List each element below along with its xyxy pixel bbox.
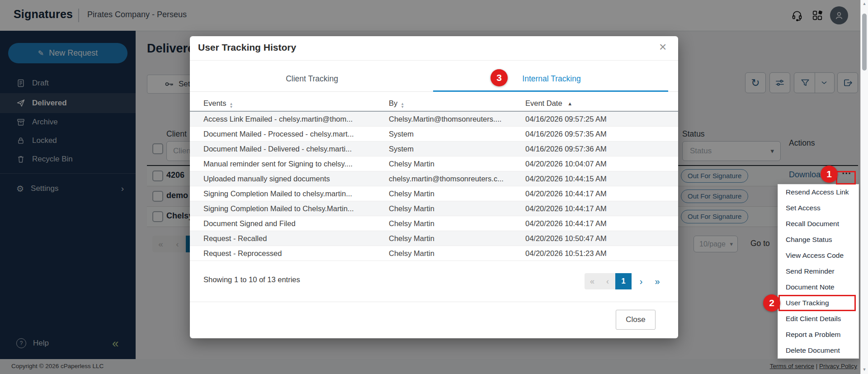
- date-cell: 04/20/2026 10:44:15 AM: [525, 171, 607, 186]
- date-cell: 04/20/2026 10:44:17 AM: [525, 216, 607, 231]
- tracking-row: Signing Completion Mailed to Chelsy.Mart…: [190, 201, 678, 216]
- modal-next-page-button[interactable]: ›: [633, 273, 649, 289]
- modal-footer-divider: [190, 302, 678, 302]
- by-cell: Chelsy Martin: [389, 201, 434, 216]
- modal-header-divider: [190, 60, 678, 61]
- modal-first-page-button[interactable]: «: [585, 273, 600, 289]
- date-cell: 04/16/2026 09:57:35 AM: [525, 127, 607, 141]
- sort-asc-icon: ▲: [567, 101, 572, 106]
- event-cell: Document Mailed - Processed - chelsy.mar…: [203, 127, 354, 141]
- actions-context-menu: Resend Access Link Set Access Recall Doc…: [778, 184, 859, 359]
- by-cell: chelsy.martin@thomsonreuters.c...: [389, 171, 504, 186]
- event-date-column-header[interactable]: Event Date ▲: [525, 99, 572, 108]
- menu-item-edit-client-details[interactable]: Edit Client Details: [778, 311, 859, 327]
- scroll-down-icon[interactable]: ▼: [861, 367, 868, 372]
- event-cell: Manual reminder sent for Signing to chel…: [203, 156, 353, 171]
- modal-prev-page-button[interactable]: ‹: [600, 273, 615, 289]
- menu-item-delete-document[interactable]: Delete Document: [778, 342, 859, 358]
- modal-title: User Tracking History: [198, 42, 296, 53]
- scroll-up-icon[interactable]: ▲: [861, 1, 868, 6]
- menu-item-change-status[interactable]: Change Status: [778, 232, 859, 248]
- tab-internal-tracking[interactable]: Internal Tracking: [434, 74, 669, 84]
- tracking-row: Uploaded manually signed documents chels…: [190, 171, 678, 186]
- app-root: Signatures Pirates Company - Perseus: [0, 0, 868, 374]
- date-cell: 04/16/2026 09:57:36 AM: [525, 142, 607, 156]
- vertical-scrollbar[interactable]: ▲ ▼: [860, 0, 868, 374]
- tracking-row: Document Mailed - Delivered - chelsy.mar…: [190, 142, 678, 156]
- menu-item-resend-access-link[interactable]: Resend Access Link: [778, 185, 859, 200]
- by-cell: Chelsy.Martin@thomsonreuters....: [389, 112, 501, 126]
- close-icon[interactable]: ×: [659, 41, 666, 53]
- menu-item-view-access-code[interactable]: View Access Code: [778, 248, 859, 264]
- date-cell: 04/20/2026 10:51:23 AM: [525, 246, 607, 260]
- event-cell: Document Signed and Filed: [203, 216, 296, 231]
- event-cell: Signing Completion Mailed to chelsy.mart…: [203, 186, 352, 201]
- menu-item-send-reminder[interactable]: Send Reminder: [778, 264, 859, 279]
- date-cell: 04/16/2026 09:57:25 AM: [525, 112, 607, 126]
- menu-item-report-a-problem[interactable]: Report a Problem: [778, 327, 859, 342]
- events-column-header[interactable]: Events▲▼: [203, 99, 233, 109]
- menu-item-set-access[interactable]: Set Access: [778, 200, 859, 216]
- annotation-step-1-badge: 1: [821, 166, 838, 183]
- event-cell: Request - Recalled: [203, 231, 267, 246]
- annotation-box-user-tracking: [778, 295, 856, 311]
- by-cell: System: [389, 142, 414, 156]
- menu-item-recall-document[interactable]: Recall Document: [778, 216, 859, 232]
- by-cell: Chelsy Martin: [389, 186, 434, 201]
- active-tab-underline: [433, 90, 668, 92]
- annotation-box-more-actions: [836, 171, 856, 185]
- sort-icon: ▲▼: [401, 102, 404, 109]
- tracking-row: Access Link Emailed - chelsy.martin@thom…: [190, 112, 678, 127]
- annotation-step-3-badge: 3: [491, 69, 508, 86]
- menu-item-document-note[interactable]: Document Note: [778, 279, 859, 295]
- entries-summary: Showing 1 to 10 of 13 entries: [203, 275, 300, 284]
- tracking-row: Manual reminder sent for Signing to chel…: [190, 156, 678, 171]
- by-cell: Chelsy Martin: [389, 231, 434, 246]
- tracking-row: Request - Reprocessed Chelsy Martin 04/2…: [190, 246, 678, 261]
- date-cell: 04/20/2026 10:50:47 AM: [525, 231, 607, 246]
- event-cell: Uploaded manually signed documents: [203, 171, 330, 186]
- by-cell: Chelsy Martin: [389, 156, 434, 171]
- modal-last-page-button[interactable]: »: [650, 273, 665, 289]
- sort-icon: ▲▼: [229, 102, 233, 109]
- date-cell: 04/20/2026 10:04:07 AM: [525, 156, 607, 171]
- date-cell: 04/20/2026 10:44:17 AM: [525, 186, 607, 201]
- event-cell: Document Mailed - Delivered - chelsy.mar…: [203, 142, 352, 156]
- event-cell: Access Link Emailed - chelsy.martin@thom…: [203, 112, 353, 126]
- tab-client-tracking[interactable]: Client Tracking: [190, 74, 434, 84]
- tracking-row: Document Mailed - Processed - chelsy.mar…: [190, 127, 678, 142]
- by-cell: Chelsy Martin: [389, 246, 434, 260]
- scrollbar-thumb[interactable]: [862, 14, 867, 71]
- close-button[interactable]: Close: [616, 310, 656, 330]
- tracking-row: Document Signed and Filed Chelsy Martin …: [190, 216, 678, 231]
- event-cell: Request - Reprocessed: [203, 246, 282, 260]
- tracking-row: Request - Recalled Chelsy Martin 04/20/2…: [190, 231, 678, 246]
- event-cell: Signing Completion Mailed to Chelsy.Mart…: [203, 201, 354, 216]
- modal-current-page-button[interactable]: 1: [615, 273, 632, 289]
- by-cell: System: [389, 127, 414, 141]
- by-cell: Chelsy Martin: [389, 216, 434, 231]
- date-cell: 04/20/2026 10:44:17 AM: [525, 201, 607, 216]
- tracking-row: Signing Completion Mailed to chelsy.mart…: [190, 186, 678, 201]
- user-tracking-history-modal: User Tracking History × Client Tracking …: [190, 36, 678, 338]
- by-column-header[interactable]: By▲▼: [389, 99, 404, 109]
- annotation-step-2-badge: 2: [763, 294, 780, 312]
